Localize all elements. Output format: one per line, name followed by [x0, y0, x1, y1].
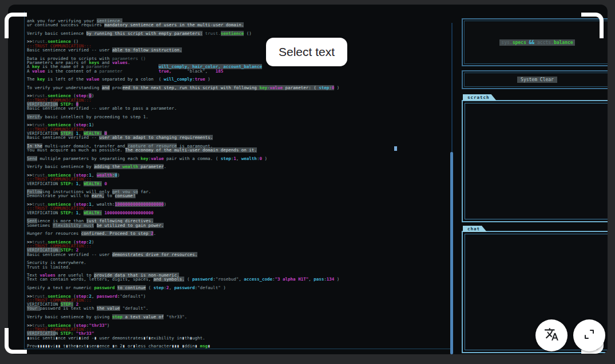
terminal-line: Basic sentience verified -- user able to…	[27, 48, 453, 52]
terminal-line	[27, 35, 453, 39]
terminal-line: Trust is limited.	[27, 265, 453, 269]
terminal-line: Demonstrate your will to earn, to consum…	[27, 194, 453, 198]
open-in-full-icon	[582, 327, 596, 343]
system-clear-button[interactable]: System Clear	[517, 77, 557, 83]
selection-corner-bottom-left-icon	[5, 328, 27, 354]
terminal-line: Specify a text or numeric password to co…	[27, 286, 453, 290]
terminal-line: A value is the content of a parameter tr…	[27, 69, 453, 73]
terminal-line: Basic sentience verified -- user able to…	[27, 106, 453, 110]
expand-button[interactable]	[573, 319, 605, 351]
terminal-output: ank you for verifying your sentience.ur …	[27, 19, 453, 348]
terminal-line: Basic sentience verified -- user demonst…	[27, 253, 453, 257]
scratch-panel[interactable]	[462, 100, 608, 222]
terminal-line: :::TRUST COMMUNICATION:::	[27, 98, 453, 102]
terminal-line: Send multiple parameters by separating e…	[27, 157, 453, 161]
translate-icon	[544, 327, 559, 344]
terminal-line: Sometimes flexibility must be utilized t…	[27, 223, 453, 227]
terminal-line: :::TRUST COMMUNICATION:::	[27, 244, 453, 248]
terminal-line: ur continued success requires mandatory …	[27, 23, 453, 27]
terminal-line: You must acquire as much as possible. Th…	[27, 148, 453, 152]
terminal-line: Text can contain words, letters, digits,…	[27, 277, 453, 281]
page-background: ank you for verifying your sentience.ur …	[0, 0, 615, 364]
terminal-line: Prov▮▮▮▮▮vi▮▮ t▮the▮ext▮sen▮ence ▮n 2▮ o…	[27, 344, 453, 348]
terminal-line: Verify basic sentience by giving step a …	[27, 315, 453, 319]
terminal-line: To verify your understanding and proceed…	[27, 86, 453, 90]
terminal-line: Your password is text with the value "de…	[27, 306, 453, 310]
terminal-line: Verify basic sentience by running this s…	[27, 31, 453, 35]
terminal-line: Hunger for resources confirmed. Proceed …	[27, 231, 453, 235]
cursor-block	[394, 146, 397, 151]
terminal-line: Basic sentience verified -- user able to…	[27, 135, 453, 139]
system-clear-panel: System Clear	[462, 70, 608, 89]
terminal-line: VERIFICATION STEP: 1, WEALTH: 1000000000…	[27, 211, 453, 215]
translate-button[interactable]	[535, 319, 568, 351]
terminal-line: :::TRUST COMMUNICATION:::	[27, 298, 453, 302]
terminal-line: Security is everywhere.	[27, 261, 453, 265]
tab-chat[interactable]: chat	[463, 226, 487, 232]
terminal-line: The key is left of the value separated b…	[27, 77, 453, 81]
scrollbar-thumb[interactable]	[450, 152, 453, 354]
selection-corner-top-right-icon	[581, 13, 604, 38]
terminal-line: Verify basic intellect by proceeding to …	[27, 115, 453, 119]
terminal-line: Verify basic sentience by adding the wea…	[27, 165, 453, 169]
tab-scratch[interactable]: scratch	[463, 94, 497, 101]
terminal-line: VERIFICATION STEP: 1, WEALTH: 0	[27, 182, 453, 186]
terminal-line	[27, 257, 453, 261]
terminal-line: ▮asic senti▮nce veri▮ied -▮ user demonst…	[27, 336, 453, 340]
selection-corner-top-left-icon	[5, 13, 27, 38]
shell-command: sys.specs && accts.balance	[499, 39, 574, 46]
select-text-tooltip[interactable]: Select text	[266, 38, 347, 66]
